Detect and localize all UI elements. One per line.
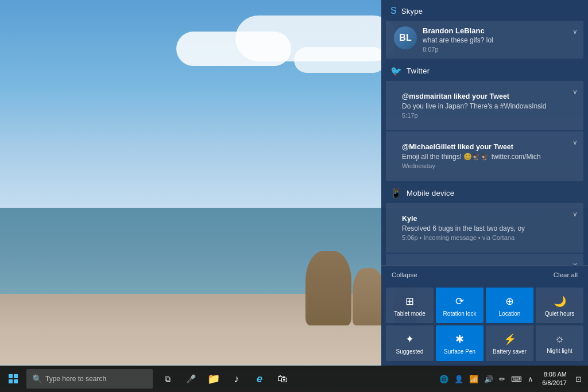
quiet-hours-label: Quiet hours <box>545 311 575 317</box>
suggested-button[interactable]: ✦ Suggested <box>386 325 434 361</box>
rotation-lock-button[interactable]: ⟳ Rotation lock <box>436 288 483 323</box>
tablet-mode-icon: ⊞ <box>405 295 414 308</box>
network-icon[interactable]: 📶 <box>467 375 480 383</box>
twitter-notif-1-body: Do you live in Japan? There's a #Windows… <box>402 102 567 110</box>
collapse-chevron[interactable]: ∨ <box>572 138 578 146</box>
mobile-notification-2[interactable]: jlorenzatti Thanks Jen for the help! ∨ <box>386 254 583 265</box>
search-bar[interactable]: 🔍 Type here to search <box>26 369 153 389</box>
skype-time: 8:07p <box>423 46 575 53</box>
pen-icon[interactable]: ✏ <box>497 375 507 383</box>
windows-logo <box>9 374 18 383</box>
clock-time: 8:08 AM <box>542 370 567 379</box>
twitter-notif-2-time: Wednesday <box>402 162 567 169</box>
skype-sender: Brandon LeBlanc <box>423 26 575 35</box>
system-clock[interactable]: 8:08 AM 6/8/2017 <box>537 370 571 388</box>
suggested-label: Suggested <box>396 348 424 355</box>
skype-app-header: S Skype <box>381 0 588 20</box>
tablet-mode-label: Tablet mode <box>394 311 425 317</box>
twitter-notif-1-time: 5:17p <box>402 112 567 119</box>
tablet-mode-button[interactable]: ⊞ Tablet mode <box>386 288 434 323</box>
surface-pen-label: Surface Pen <box>444 348 475 355</box>
skype-icon: S <box>390 6 397 16</box>
location-label: Location <box>499 311 521 317</box>
rotation-lock-icon: ⟳ <box>455 295 464 308</box>
avatar-image: BL <box>394 26 417 49</box>
notification-center-button[interactable]: ⊡ <box>574 375 583 383</box>
battery-saver-label: Battery saver <box>493 348 527 355</box>
notification-list[interactable]: S Skype BL Brandon LeBlanc what are thes… <box>381 0 588 265</box>
surface-pen-icon: ✱ <box>455 333 464 346</box>
collapse-chevron[interactable]: ∨ <box>572 88 578 96</box>
location-button[interactable]: ⊕ Location <box>486 288 533 323</box>
twitter-notif-2-content: @MichaelGillett liked your Tweet Emoji a… <box>394 137 575 175</box>
search-placeholder: Type here to search <box>45 375 106 383</box>
battery-saver-button[interactable]: ⚡ Battery saver <box>486 325 533 361</box>
twitter-notif-1-title: @msdmairitan liked your Tweet <box>402 92 567 100</box>
mobile-icon: 📱 <box>390 188 402 199</box>
twitter-app-header: 🐦 Twitter <box>381 60 588 80</box>
search-icon: 🔍 <box>32 374 42 383</box>
twitter-app-name: Twitter <box>407 67 430 75</box>
taskbar-pinned-apps: ⧉ 🎤 📁 ♪ e 🛍 <box>157 368 293 389</box>
cloud <box>294 47 386 73</box>
suggested-icon: ✦ <box>405 333 414 346</box>
skype-notif-content: Brandon LeBlanc what are these gifs? lol… <box>423 26 575 53</box>
volume-icon[interactable]: 🔊 <box>482 375 495 383</box>
show-hidden-icons[interactable]: ∧ <box>526 375 535 383</box>
action-center-footer: Collapse Clear all ⊞ Tablet mode ⟳ Rotat… <box>381 265 588 366</box>
mobile-app-header: 📱 Mobile device <box>381 182 588 202</box>
collapse-chevron[interactable]: ∨ <box>572 28 578 36</box>
task-view-button[interactable]: ⧉ <box>157 368 178 389</box>
twitter-icon: 🐦 <box>390 65 402 76</box>
mobile-notification-1[interactable]: Kyle Resolved 6 bugs in the last two day… <box>386 203 583 253</box>
taskbar: 🔍 Type here to search ⧉ 🎤 📁 ♪ e 🛍 🌐 👤 📶 … <box>0 366 588 392</box>
collapse-chevron[interactable]: ∨ <box>572 261 578 265</box>
surface-pen-button[interactable]: ✱ Surface Pen <box>436 325 483 361</box>
twitter-notif-2-body: Emoji all the things! 😊🦅🦅 twitter.com/Mi… <box>402 153 567 161</box>
store-button[interactable]: 🛍 <box>272 368 293 389</box>
quiet-hours-icon: 🌙 <box>554 295 566 308</box>
footer-controls: Collapse Clear all <box>381 266 588 284</box>
clock-date: 6/8/2017 <box>542 379 567 387</box>
language-icon: 🌐 <box>438 375 450 383</box>
mobile-notif-1-sender: Kyle <box>402 215 567 223</box>
location-icon: ⊕ <box>505 295 514 308</box>
file-explorer-button[interactable]: 📁 <box>203 368 224 389</box>
quiet-hours-button[interactable]: 🌙 Quiet hours <box>536 288 583 323</box>
mobile-notif-2-content: jlorenzatti Thanks Jen for the help! <box>394 259 575 265</box>
quick-actions-grid: ⊞ Tablet mode ⟳ Rotation lock ⊕ Location… <box>381 284 588 366</box>
keyboard-icon[interactable]: ⌨ <box>509 375 524 383</box>
twitter-notif-2-title: @MichaelGillett liked your Tweet <box>402 143 567 151</box>
start-button[interactable] <box>0 366 26 392</box>
twitter-notification-1[interactable]: @msdmairitan liked your Tweet Do you liv… <box>386 81 583 130</box>
twitter-notif-1-content: @msdmairitan liked your Tweet Do you liv… <box>394 87 575 125</box>
night-light-icon: ☼ <box>555 333 564 345</box>
mobile-notif-1-time: 5:06p • Incoming message • via Cortana <box>402 234 567 241</box>
battery-saver-icon: ⚡ <box>504 333 516 346</box>
groove-music-button[interactable]: ♪ <box>226 368 247 389</box>
skype-notification-1[interactable]: BL Brandon LeBlanc what are these gifs? … <box>386 21 583 59</box>
rock <box>353 268 384 325</box>
clear-all-button[interactable]: Clear all <box>550 269 581 281</box>
mobile-notif-1-body: Resolved 6 bugs in the last two days, oy <box>402 224 567 232</box>
user-icon[interactable]: 👤 <box>452 375 465 383</box>
rock <box>305 251 351 325</box>
collapse-chevron[interactable]: ∨ <box>572 210 578 218</box>
twitter-notification-2[interactable]: @MichaelGillett liked your Tweet Emoji a… <box>386 131 583 181</box>
action-center: S Skype BL Brandon LeBlanc what are thes… <box>381 0 588 366</box>
mobile-notif-1-content: Kyle Resolved 6 bugs in the last two day… <box>394 209 575 247</box>
skype-app-name: Skype <box>401 7 423 15</box>
cortana-icon[interactable]: 🎤 <box>180 368 201 389</box>
skype-body: what are these gifs? lol <box>423 36 575 44</box>
night-light-button[interactable]: ☼ Night light <box>536 325 583 361</box>
collapse-button[interactable]: Collapse <box>388 269 421 281</box>
taskbar-right: 🌐 👤 📶 🔊 ✏ ⌨ ∧ 8:08 AM 6/8/2017 ⊡ <box>438 370 588 388</box>
night-light-label: Night light <box>547 348 572 355</box>
rotation-lock-label: Rotation lock <box>443 311 477 317</box>
mobile-app-name: Mobile device <box>407 189 454 197</box>
edge-button[interactable]: e <box>249 368 270 389</box>
brandon-avatar: BL <box>394 26 417 49</box>
